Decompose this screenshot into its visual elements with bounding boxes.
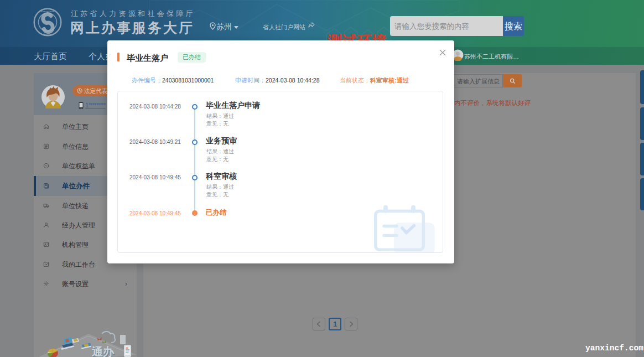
svg-text:●●●●●: ●●●●● bbox=[44, 33, 51, 36]
svg-text:●●●●●●●●●: ●●●●●●●●● bbox=[41, 10, 55, 13]
